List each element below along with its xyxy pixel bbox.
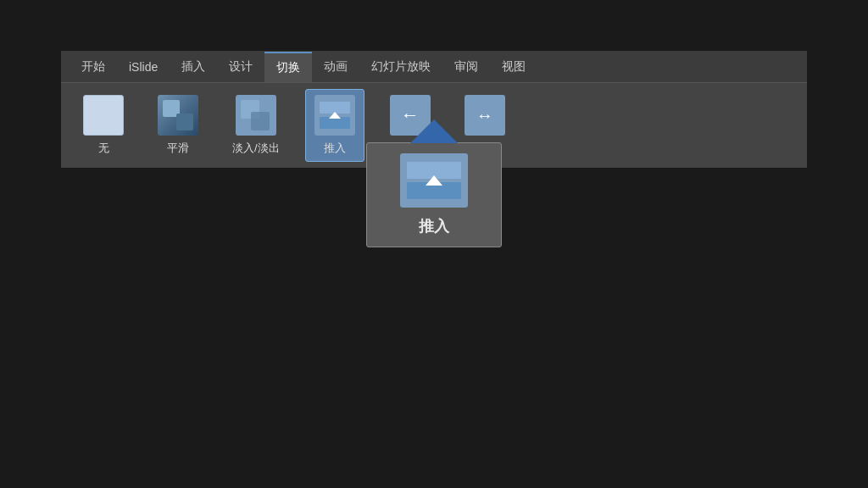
transition-split-icon: ↔	[465, 95, 505, 136]
transition-fade[interactable]: 淡入/淡出	[224, 90, 288, 161]
tab-animation[interactable]: 动画	[312, 53, 359, 81]
transition-push-icon	[314, 95, 355, 136]
tooltip-triangle	[410, 119, 458, 143]
tooltip-popup: 推入	[366, 142, 502, 247]
tooltip-push-arrow	[426, 175, 442, 186]
ribbon-container: 开始 iSlide 插入 设计 切换 动画 幻灯片放映 审阅 视图 无 平滑 淡…	[61, 51, 807, 168]
transition-smooth-icon	[158, 95, 198, 136]
tab-view[interactable]: 视图	[490, 53, 537, 81]
transition-none[interactable]: 无	[75, 90, 132, 161]
push-arrow	[329, 112, 341, 119]
tab-islide[interactable]: iSlide	[117, 53, 170, 80]
transition-fade-label: 淡入/淡出	[232, 141, 280, 156]
transition-smooth[interactable]: 平滑	[149, 90, 207, 161]
push-bottom-rect	[320, 117, 350, 129]
transition-smooth-label: 平滑	[167, 141, 189, 156]
tab-review[interactable]: 审阅	[442, 53, 490, 81]
transition-fade-icon	[236, 95, 276, 136]
transition-push-label: 推入	[324, 141, 346, 156]
transition-push[interactable]: 推入	[305, 89, 364, 162]
tab-start[interactable]: 开始	[70, 53, 117, 81]
tooltip-label: 推入	[419, 216, 449, 236]
tab-slideshow[interactable]: 幻灯片放映	[359, 53, 442, 81]
tooltip-icon	[400, 153, 468, 208]
tab-insert[interactable]: 插入	[170, 53, 217, 81]
tab-transition[interactable]: 切换	[264, 52, 312, 82]
transition-none-label: 无	[98, 141, 109, 156]
push-icon-inner	[314, 95, 355, 136]
split-arrow-icon: ↔	[476, 106, 493, 125]
tab-design[interactable]: 设计	[217, 53, 264, 81]
tab-bar: 开始 iSlide 插入 设计 切换 动画 幻灯片放映 审阅 视图	[61, 51, 807, 83]
transition-none-icon	[83, 95, 124, 136]
